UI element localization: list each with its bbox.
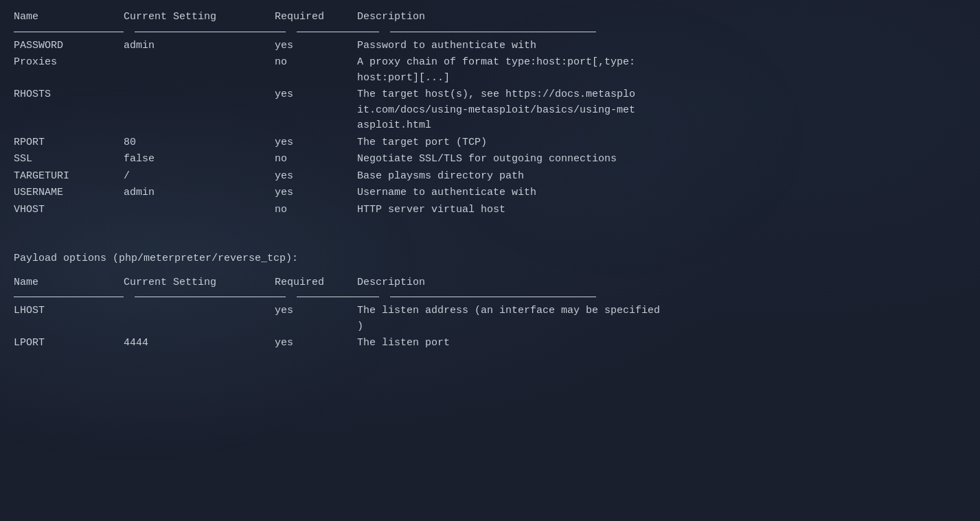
row-name: VHOST [14, 202, 124, 218]
table-row: RPORT 80 yes The target port (TCP) [14, 135, 966, 152]
table1-header-name: Name [14, 10, 124, 25]
divider2-description [390, 292, 596, 297]
row-name: RHOSTS [14, 87, 124, 134]
divider2-spacer3 [379, 292, 390, 297]
row-required: no [275, 55, 357, 86]
divider2-spacer2 [286, 292, 297, 297]
divider2-name [14, 292, 124, 297]
row-name: LHOST [14, 303, 124, 334]
table1-header-description: Description [357, 10, 966, 25]
row-setting [124, 87, 275, 134]
row-name: TARGETURI [14, 169, 124, 185]
module-options-table: Name Current Setting Required Descriptio… [14, 7, 966, 218]
row-required: yes [275, 303, 357, 334]
table2-dividers [14, 292, 966, 303]
row-setting [124, 303, 275, 334]
row-setting: false [124, 152, 275, 167]
row-description: Negotiate SSL/TLS for outgoing connectio… [357, 152, 966, 167]
table-row: PASSWORD admin yes Password to authentic… [14, 38, 966, 55]
table2-header-required: Required [275, 275, 357, 291]
divider-spacer1 [124, 27, 135, 32]
table1-header-row: Name Current Setting Required Descriptio… [14, 7, 966, 27]
row-description: The listen port [357, 336, 966, 351]
row-description: HTTP server virtual host [357, 202, 966, 218]
table1-dividers [14, 27, 966, 38]
row-description: Username to authenticate with [357, 185, 966, 201]
table2-header-name: Name [14, 275, 124, 291]
table2-header-row: Name Current Setting Required Descriptio… [14, 273, 966, 292]
row-name: PASSWORD [14, 38, 124, 54]
row-setting: / [124, 169, 275, 185]
divider-name [14, 27, 124, 32]
row-name: SSL [14, 152, 124, 167]
row-name: Proxies [14, 55, 124, 86]
row-required: yes [275, 87, 357, 134]
table2-header-setting: Current Setting [124, 275, 275, 291]
table-row: TARGETURI / yes Base playsms directory p… [14, 168, 966, 185]
payload-section-header: Payload options (php/meterpreter/reverse… [14, 251, 966, 267]
divider-setting [135, 27, 286, 32]
row-setting: 4444 [124, 336, 275, 351]
row-description: Base playsms directory path [357, 169, 966, 185]
divider-required [297, 27, 379, 32]
row-required: no [275, 152, 357, 167]
table-row: LPORT 4444 yes The listen port [14, 335, 966, 352]
row-description: A proxy chain of format type:host:port[,… [357, 55, 966, 86]
table-row: SSL false no Negotiate SSL/TLS for outgo… [14, 151, 966, 168]
row-required: yes [275, 336, 357, 351]
row-description: Password to authenticate with [357, 38, 966, 54]
table2-header-description: Description [357, 275, 966, 291]
divider2-required [297, 292, 379, 297]
table1-header-required: Required [275, 10, 357, 25]
row-required: yes [275, 38, 357, 54]
row-description: The listen address (an interface may be … [357, 303, 966, 334]
row-required: yes [275, 185, 357, 201]
row-setting: admin [124, 38, 275, 54]
divider-spacer2 [286, 27, 297, 32]
table-row: VHOST no HTTP server virtual host [14, 202, 966, 219]
row-setting [124, 55, 275, 86]
row-setting [124, 202, 275, 218]
table-row: RHOSTS yes The target host(s), see https… [14, 86, 966, 135]
row-name: USERNAME [14, 185, 124, 201]
row-setting: admin [124, 185, 275, 201]
divider2-setting [135, 292, 286, 297]
row-description: The target port (TCP) [357, 135, 966, 151]
row-name: LPORT [14, 336, 124, 351]
table-row: USERNAME admin yes Username to authentic… [14, 185, 966, 202]
row-setting: 80 [124, 135, 275, 151]
row-name: RPORT [14, 135, 124, 151]
payload-options-table: Name Current Setting Required Descriptio… [14, 273, 966, 352]
divider2-spacer1 [124, 292, 135, 297]
divider-description [390, 27, 596, 32]
table1-header-setting: Current Setting [124, 10, 275, 25]
row-required: no [275, 202, 357, 218]
table-row: Proxies no A proxy chain of format type:… [14, 54, 966, 86]
row-description: The target host(s), see https://docs.met… [357, 87, 966, 134]
row-required: yes [275, 169, 357, 185]
divider-spacer3 [379, 27, 390, 32]
row-required: yes [275, 135, 357, 151]
section-spacer [14, 224, 966, 238]
table-row: LHOST yes The listen address (an interfa… [14, 303, 966, 335]
